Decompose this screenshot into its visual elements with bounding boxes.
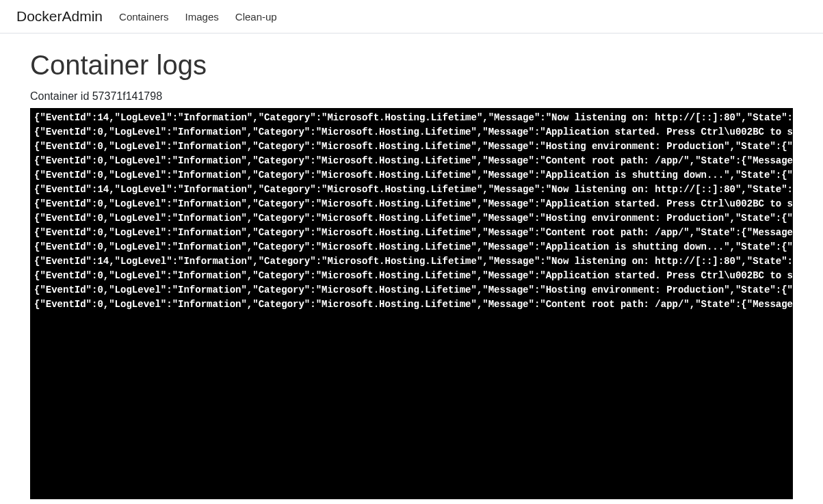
log-line: {"EventId":0,"LogLevel":"Information","C… xyxy=(34,226,789,240)
log-line: {"EventId":0,"LogLevel":"Information","C… xyxy=(34,168,789,183)
log-line: {"EventId":0,"LogLevel":"Information","C… xyxy=(34,125,789,140)
nav-link-cleanup[interactable]: Clean-up xyxy=(235,11,277,23)
log-line: {"EventId":0,"LogLevel":"Information","C… xyxy=(34,283,789,297)
log-line: {"EventId":0,"LogLevel":"Information","C… xyxy=(34,269,789,283)
log-line: {"EventId":0,"LogLevel":"Information","C… xyxy=(34,297,789,312)
log-line: {"EventId":0,"LogLevel":"Information","C… xyxy=(34,154,789,168)
log-line: {"EventId":0,"LogLevel":"Information","C… xyxy=(34,240,789,254)
main-content: Container logs Container id 57371f141798… xyxy=(0,34,823,504)
nav-link-containers[interactable]: Containers xyxy=(119,11,169,23)
log-line: {"EventId":0,"LogLevel":"Information","C… xyxy=(34,140,789,154)
log-output[interactable]: {"EventId":14,"LogLevel":"Information","… xyxy=(30,108,793,499)
nav-link-images[interactable]: Images xyxy=(185,11,219,23)
log-line: {"EventId":0,"LogLevel":"Information","C… xyxy=(34,211,789,226)
log-line: {"EventId":0,"LogLevel":"Information","C… xyxy=(34,197,789,211)
container-id-label: Container id 57371f141798 xyxy=(30,90,793,103)
page-title: Container logs xyxy=(30,50,793,81)
log-line: {"EventId":14,"LogLevel":"Information","… xyxy=(34,111,789,125)
navbar: DockerAdmin Containers Images Clean-up xyxy=(0,0,823,34)
log-line: {"EventId":14,"LogLevel":"Information","… xyxy=(34,183,789,197)
brand[interactable]: DockerAdmin xyxy=(16,8,103,25)
log-line: {"EventId":14,"LogLevel":"Information","… xyxy=(34,254,789,269)
